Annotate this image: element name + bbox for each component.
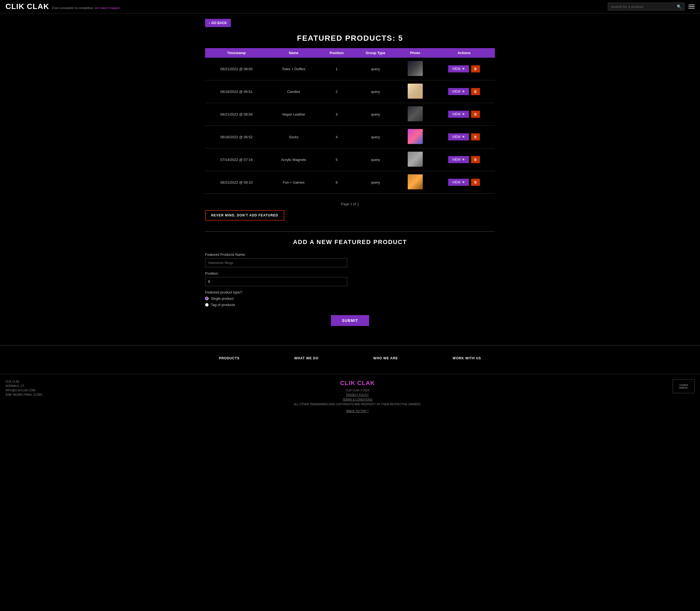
header: CLIK CLAK From conception to completion,… [0,0,700,13]
pagination: Page 1 of 1 [205,198,495,210]
trash-icon: 🗑 [474,180,477,184]
col-actions: Actions [433,48,495,58]
cell-timestamp: 07/14/2022 @ 07:19 [205,148,268,171]
delete-button[interactable]: 🗑 [471,156,480,163]
name-field-group: Featured Products Name: [205,253,347,267]
cell-name: Socks [268,126,319,148]
cell-name: Candles [268,80,319,103]
product-type-group: Featured product type?: Single product T… [205,290,347,307]
cell-position: 4 [319,126,354,148]
footer-links: PRODUCTS WHAT WE DO WHO WE ARE WORK WITH… [5,356,695,360]
footer-products[interactable]: PRODUCTS [219,356,239,360]
view-button[interactable]: VIEW 👁 [448,156,469,163]
trash-icon: 🗑 [474,158,477,162]
delete-button[interactable]: 🗑 [471,111,480,118]
search-icon-button[interactable]: 🔍 [677,4,681,9]
radio-tag-text: Tag of products [211,303,235,307]
col-group-type: Group Type [354,48,397,58]
go-back-button[interactable]: ‹ GO BACK [205,19,231,27]
search-input[interactable] [611,5,677,9]
product-photo [408,106,423,121]
action-buttons: VIEW 👁 🗑 [437,179,491,186]
trash-icon: 🗑 [474,67,477,71]
cell-name: Fun + Games [268,171,319,194]
delete-button[interactable]: 🗑 [471,133,480,140]
cell-actions: VIEW 👁 🗑 [433,148,495,171]
eye-icon: 👁 [462,135,465,139]
logo: CLIK CLAK [5,2,49,11]
radio-single[interactable] [205,297,209,300]
table-row: 06/21/2022 @ 08:04 Vegan Leather 3 query… [205,103,495,126]
footer: PRODUCTS WHAT WE DO WHO WE ARE WORK WITH… [0,345,700,421]
product-type-label: Featured product type?: [205,290,347,294]
action-buttons: VIEW 👁 🗑 [437,133,491,140]
cell-actions: VIEW 👁 🗑 [433,126,495,148]
product-photo [408,84,423,99]
cell-actions: VIEW 👁 🗑 [433,171,495,194]
position-input[interactable] [205,277,347,286]
view-button[interactable]: VIEW 👁 [448,65,469,72]
product-photo [408,152,423,167]
delete-button[interactable]: 🗑 [471,179,480,186]
cell-photo [397,103,433,126]
cell-timestamp: 06/21/2022 @ 08:04 [205,103,268,126]
action-buttons: VIEW 👁 🗑 [437,111,491,118]
cell-name: Totes + Duffles [268,58,319,80]
section-divider [205,232,495,232]
delete-button[interactable]: 🗑 [471,88,480,95]
hamburger-menu-button[interactable] [688,5,695,9]
footer-center: CLIK CLAK CLIK CLAK © 2024 PRIVACY POLIC… [42,379,673,415]
name-input[interactable] [205,258,347,267]
cell-photo [397,80,433,103]
eye-icon: 👁 [462,158,465,162]
footer-who-we-are[interactable]: WHO WE ARE [373,356,398,360]
cell-actions: VIEW 👁 🗑 [433,58,495,80]
radio-tag[interactable] [205,303,209,307]
view-button[interactable]: VIEW 👁 [448,88,469,95]
cell-group-type: query [354,103,397,126]
col-timestamp: Timestamp [205,48,268,58]
cell-photo [397,148,433,171]
search-bar: 🔍 [608,3,684,10]
table-row: 06/21/2022 @ 08:05 Totes + Duffles 1 que… [205,58,495,80]
eye-icon: 👁 [462,67,465,71]
view-button[interactable]: VIEW 👁 [448,111,469,118]
footer-work-with-us[interactable]: WORK WITH US [453,356,481,360]
action-buttons: VIEW 👁 🗑 [437,156,491,163]
cell-timestamp: 06/16/2022 @ 06:51 [205,80,268,103]
product-photo [408,129,423,144]
trash-icon: 🗑 [474,90,477,93]
delete-button[interactable]: 🗑 [471,65,480,72]
header-right: 🔍 [608,3,695,10]
footer-what-we-do[interactable]: WHAT WE DO [294,356,319,360]
cell-group-type: query [354,80,397,103]
view-button[interactable]: VIEW 👁 [448,179,469,186]
product-photo [408,174,423,189]
eye-icon: 👁 [462,90,465,93]
view-button[interactable]: VIEW 👁 [448,133,469,140]
name-label: Featured Products Name: [205,253,347,257]
cell-timestamp: 06/21/2022 @ 08:10 [205,171,268,194]
trash-icon: 🗑 [474,135,477,139]
back-to-top[interactable]: BACK TO TOP ^ [42,407,673,415]
radio-single-text: Single product [211,297,234,301]
radio-single-label[interactable]: Single product [205,297,347,301]
product-photo [408,61,423,76]
submit-button[interactable]: SUBMIT [331,315,369,326]
cell-position: 3 [319,103,354,126]
hamburger-line-2 [688,6,695,7]
nevermind-button[interactable]: NEVER MIND, DON'T ADD FEATURED [205,210,285,221]
logo-area: CLIK CLAK From conception to completion,… [5,2,121,11]
table-row: 06/16/2022 @ 06:51 Candles 2 query VIEW … [205,80,495,103]
radio-tag-label[interactable]: Tag of products [205,303,347,307]
main-content: ‹ GO BACK FEATURED PRODUCTS: 5 Timestamp… [200,13,500,345]
action-buttons: VIEW 👁 🗑 [437,65,491,72]
table-body: 06/21/2022 @ 08:05 Totes + Duffles 1 que… [205,58,495,194]
cell-actions: VIEW 👁 🗑 [433,80,495,103]
eye-icon: 👁 [462,112,465,116]
col-name: Name [268,48,319,58]
position-field-group: Position: [205,271,347,286]
cell-photo [397,58,433,80]
hamburger-line-3 [688,8,695,9]
cell-photo [397,126,433,148]
